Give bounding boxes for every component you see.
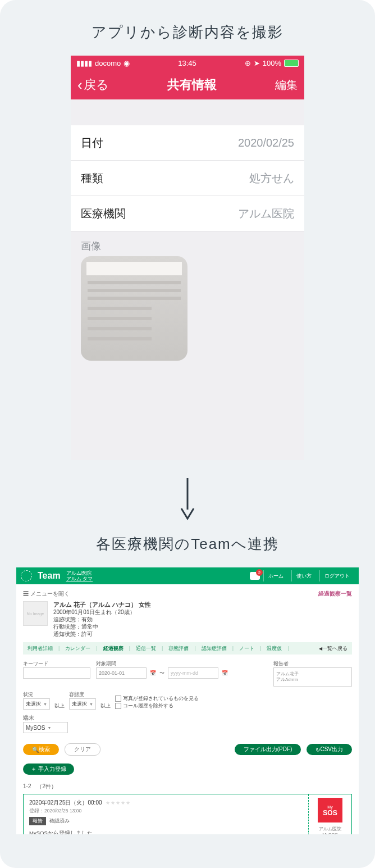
reporter-select[interactable]: アルム花子 アルAdmin: [273, 667, 352, 687]
team-user[interactable]: アルム タマ: [66, 576, 93, 581]
phone-screenshot: ▮▮▮▮ docomo ◉ 13:45 ⊕ ➤ 100% ‹ 戻る 共有情報 編…: [71, 56, 304, 460]
status-label: 状況: [23, 691, 50, 698]
tab-detail[interactable]: 利用者詳細: [28, 645, 53, 652]
wifi-icon: ◉: [124, 59, 130, 67]
row-org-label: 医療機関: [81, 206, 126, 221]
status-bar: ▮▮▮▮ docomo ◉ 13:45 ⊕ ➤ 100%: [71, 56, 304, 70]
record-src2: MySOS: [322, 832, 338, 834]
back-to-list[interactable]: 一覧へ戻る: [319, 645, 347, 652]
care-select[interactable]: 未選択: [69, 698, 96, 710]
add-record-button[interactable]: ＋ 手入力登録: [23, 764, 74, 775]
team-header: Team アルム医院 アルム タマ 2 ホーム 使い方 ログアウト: [16, 567, 359, 584]
chevron-left-icon: ‹: [77, 76, 83, 94]
record-registered: 登録：2020/02/25 13:00: [29, 808, 303, 815]
record-datetime: 2020年02月25日（火）00:00: [29, 799, 102, 807]
signal-icon: ▮▮▮▮: [76, 59, 92, 67]
reporter-label: 報告者: [273, 660, 352, 667]
tabs: 利用者詳細| カレンダー| 経過観察| 通信一覧| 容態評価| 認知症評価| ノ…: [23, 642, 352, 655]
filter-row1: キーワード 対象期間 2020-01-01 📅 〜 yyyy-mm-dd 📅 報…: [23, 660, 352, 687]
page-title: 共有情報: [167, 76, 217, 93]
patient-block: No Image アルム 花子（アルム ハナコ） 女性 2000年01月01日生…: [23, 601, 352, 638]
row-type: 種類 処方せん: [71, 161, 304, 196]
filter-row2: 状況 未選択 以上 容態度 未選択 以上 写真が登録されているものを見る コール…: [23, 691, 352, 710]
section-title-2: 各医療機関のTeamへ連携: [15, 534, 360, 554]
device-label: 端末: [23, 714, 352, 722]
calendar-icon-2[interactable]: 📅: [222, 670, 228, 676]
search-icon: 🔍: [32, 747, 39, 753]
clear-button[interactable]: クリア: [65, 743, 100, 756]
image-section-label: 画像: [71, 231, 304, 256]
tab-cond[interactable]: 容態評価: [168, 645, 189, 652]
nav-howto[interactable]: 使い方: [291, 570, 316, 581]
patient-track: 追跡状態：有効: [53, 616, 151, 623]
result-count: 1-2 （2件）: [23, 783, 352, 790]
team-org: アルム医院: [66, 570, 93, 576]
location-icon: ➤: [254, 59, 260, 67]
check-photo[interactable]: 写真が登録されているものを見る: [115, 695, 199, 702]
row-type-label: 種類: [81, 171, 103, 186]
period-from-input[interactable]: 2020-01-01: [96, 667, 147, 679]
record-src1: アルム医院: [319, 826, 341, 832]
carrier-label: docomo: [95, 59, 121, 67]
nav-home[interactable]: ホーム: [263, 570, 288, 581]
row-org: 医療機関 アルム医院: [71, 196, 304, 231]
patient-notif: 通知状態：許可: [53, 630, 151, 638]
keyword-input[interactable]: [23, 667, 90, 679]
section-title-1: アプリから診断内容を撮影: [15, 22, 360, 42]
tab-calendar[interactable]: カレンダー: [65, 645, 90, 652]
notification-icon[interactable]: 2: [250, 572, 260, 580]
row-org-value: アルム医院: [238, 206, 294, 221]
status-select[interactable]: 未選択: [23, 698, 50, 710]
team-brand: Team: [38, 571, 61, 581]
row-date-value: 2020/02/25: [238, 137, 294, 149]
tab-comm[interactable]: 通信一覧: [136, 645, 156, 652]
unit-2: 以上: [100, 702, 111, 710]
team-logo-icon: [21, 570, 32, 581]
record-card: 2020年02月25日（火）00:00 ★★★★★ 登録：2020/02/25 …: [23, 794, 352, 834]
edit-button[interactable]: 編集: [275, 78, 298, 93]
back-button[interactable]: ‹ 戻る: [77, 76, 109, 94]
calendar-icon[interactable]: 📅: [150, 670, 156, 676]
csv-button[interactable]: ↻ CSV出力: [307, 744, 352, 755]
tab-cog[interactable]: 認知症評価: [202, 645, 227, 652]
team-screenshot: Team アルム医院 アルム タマ 2 ホーム 使い方 ログアウト ☰ メニュー…: [16, 567, 359, 834]
pdf-button[interactable]: ファイル出力(PDF): [235, 744, 301, 755]
avatar: No Image: [23, 601, 48, 626]
row-date-label: 日付: [81, 135, 103, 151]
keyword-label: キーワード: [23, 660, 90, 667]
team-org-user: アルム医院 アルム タマ: [66, 570, 93, 581]
period-label: 対象期間: [96, 660, 268, 667]
patient-birth: 2000年01月01日生まれ（20歳）: [53, 608, 151, 616]
menu-toggle[interactable]: ☰ メニューを開く: [23, 590, 70, 598]
back-label: 戻る: [84, 76, 109, 93]
nav-bar: ‹ 戻る 共有情報 編集: [71, 70, 304, 99]
battery-icon: [284, 60, 299, 67]
patient-state: 行動状態：通常中: [53, 623, 151, 630]
flow-arrow-icon: [15, 477, 360, 521]
nav-logout[interactable]: ログアウト: [319, 570, 354, 581]
check-call[interactable]: コール履歴を除外する: [115, 702, 199, 710]
tab-note[interactable]: ノート: [239, 645, 254, 652]
notification-badge: 2: [256, 569, 263, 576]
reload-icon: ↻: [315, 747, 320, 753]
patient-name: アルム 花子（アルム ハナコ） 女性: [53, 601, 151, 608]
device-select[interactable]: MySOS: [23, 722, 68, 733]
battery-label: 100%: [263, 59, 281, 67]
period-to-input[interactable]: yyyy-mm-dd: [168, 667, 218, 679]
search-button[interactable]: 🔍 検索: [23, 744, 59, 755]
record-side: My SOS アルム医院 MySOS: [308, 794, 351, 834]
compass-icon: ⊕: [245, 59, 251, 67]
record-tag: 報告: [29, 817, 46, 825]
record-text: MySOSから登録しました: [29, 830, 303, 834]
sos-icon: My SOS: [318, 798, 342, 822]
prescription-photo-thumb[interactable]: [81, 256, 188, 361]
tab-observation[interactable]: 経過観察: [103, 645, 124, 652]
hamburger-icon: ☰: [23, 590, 30, 597]
clock: 13:45: [178, 59, 196, 67]
view-title: 経過観察一覧: [318, 590, 352, 598]
row-date: 日付 2020/02/25: [71, 125, 304, 161]
record-stars: ★★★★★: [106, 800, 131, 806]
action-row: 🔍 検索 クリア ファイル出力(PDF) ↻ CSV出力: [23, 743, 352, 756]
tab-temp[interactable]: 温度仮: [267, 645, 282, 652]
care-label: 容態度: [69, 691, 96, 698]
